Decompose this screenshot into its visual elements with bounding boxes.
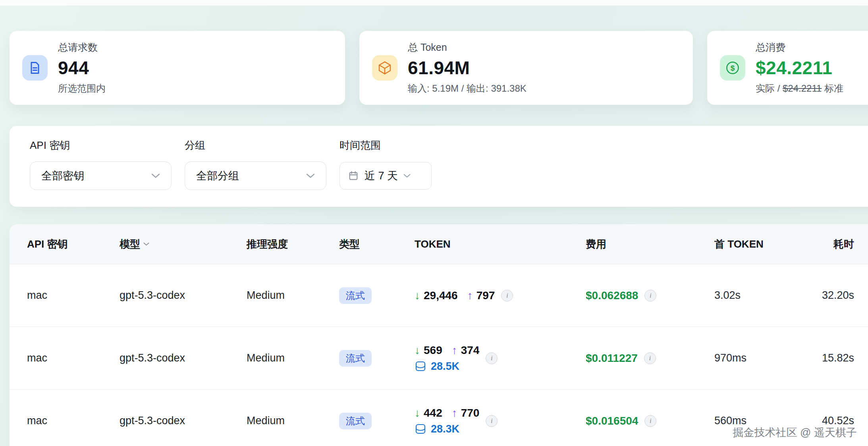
cell-reasoning: Medium <box>247 352 339 364</box>
cell-api-key: mac <box>27 289 120 302</box>
cache-token: 28.5K <box>415 360 479 373</box>
cell-model: gpt-5.3-codex <box>120 415 247 427</box>
usage-dashboard: 总请求数 944 所选范围内 总 Token 61.94M 输入: 5.19M … <box>10 6 868 446</box>
header-token: TOKEN <box>415 238 586 250</box>
token-down-value: 442 <box>424 407 442 419</box>
group-select[interactable]: 全部分组 <box>185 161 326 190</box>
cell-first-token: 3.02s <box>714 289 810 302</box>
cell-duration: 32.20s <box>810 289 868 302</box>
table-row[interactable]: mac gpt-5.3-codex Medium 流式 ↓569 ↑374 28… <box>10 327 868 390</box>
chevron-down-icon <box>306 173 315 179</box>
filter-label: API 密钥 <box>30 138 172 152</box>
stream-badge: 流式 <box>339 287 372 304</box>
info-icon[interactable]: i <box>644 290 656 302</box>
cache-icon <box>415 423 426 435</box>
cell-model: gpt-5.3-codex <box>120 352 247 364</box>
info-icon[interactable]: i <box>644 415 656 427</box>
header-reasoning: 推理强度 <box>247 237 339 251</box>
cell-model: gpt-5.3-codex <box>120 289 247 302</box>
header-first-token: 首 TOKEN <box>714 237 810 251</box>
api-key-select[interactable]: 全部密钥 <box>30 161 172 190</box>
upload-arrow-icon: ↑ <box>467 289 473 302</box>
usage-table: API 密钥 模型 推理强度 类型 TOKEN 费用 首 TOKEN 耗时 ma… <box>10 224 868 446</box>
filter-group: 分组 全部分组 <box>185 138 326 190</box>
cube-icon <box>372 55 397 81</box>
stat-card-cost: $ 总消费 $24.2211 实际 / $24.2211 标准 <box>707 31 868 105</box>
svg-text:$: $ <box>731 64 735 72</box>
top-strip <box>0 0 868 6</box>
time-range-select[interactable]: 近 7 天 <box>339 162 432 190</box>
upload-arrow-icon: ↑ <box>452 344 457 357</box>
filter-time-range: 时间范围 近 7 天 <box>339 138 432 190</box>
stream-badge: 流式 <box>339 350 372 367</box>
cell-token: ↓442 ↑770 28.3K i <box>415 407 586 435</box>
header-api-key: API 密钥 <box>27 237 120 251</box>
chevron-down-icon <box>151 173 160 179</box>
download-arrow-icon: ↓ <box>415 407 420 419</box>
cell-type: 流式 <box>339 350 415 367</box>
watermark: 掘金技术社区 @ 遥天棋子 <box>733 425 857 440</box>
cell-cost: $0.011227 i <box>586 352 714 365</box>
struck-standard-cost: $24.2211 <box>783 83 822 94</box>
dollar-icon: $ <box>720 55 745 81</box>
cell-first-token: 970ms <box>714 352 810 364</box>
token-down-value: 29,446 <box>424 289 458 302</box>
header-model[interactable]: 模型 <box>120 237 247 251</box>
stat-subtitle: 所选范围内 <box>58 82 106 95</box>
cost-value: $0.016504 <box>586 415 638 427</box>
stat-title: 总请求数 <box>58 41 106 54</box>
stream-badge: 流式 <box>339 413 372 429</box>
token-up-value: 797 <box>476 289 495 302</box>
cell-api-key: mac <box>27 415 120 427</box>
token-up-value: 374 <box>461 344 480 357</box>
stat-card-tokens: 总 Token 61.94M 输入: 5.19M / 输出: 391.38K <box>359 31 693 105</box>
table-header-row: API 密钥 模型 推理强度 类型 TOKEN 费用 首 TOKEN 耗时 <box>10 224 868 264</box>
cache-token: 28.3K <box>415 423 479 435</box>
stat-value: $24.2211 <box>756 57 843 79</box>
cache-value: 28.5K <box>431 360 459 373</box>
cell-token: ↓29,446 ↑797 i <box>415 289 586 302</box>
info-icon[interactable]: i <box>486 352 498 364</box>
cell-reasoning: Medium <box>247 289 339 302</box>
header-type: 类型 <box>339 237 415 251</box>
stat-subtitle: 实际 / $24.2211 标准 <box>756 82 843 95</box>
stat-title: 总消费 <box>756 41 843 54</box>
document-icon <box>22 55 48 81</box>
filter-label: 时间范围 <box>339 138 432 152</box>
cache-value: 28.3K <box>431 423 459 435</box>
chevron-down-icon <box>403 173 411 178</box>
cell-type: 流式 <box>339 413 415 429</box>
stat-title: 总 Token <box>408 41 527 54</box>
filter-bar: API 密钥 全部密钥 分组 全部分组 时间范围 近 7 天 <box>10 126 868 207</box>
stat-subtitle: 输入: 5.19M / 输出: 391.38K <box>408 82 527 95</box>
cell-duration: 15.82s <box>810 352 868 364</box>
upload-arrow-icon: ↑ <box>452 407 457 419</box>
stat-value: 61.94M <box>408 57 527 79</box>
info-icon[interactable]: i <box>501 290 513 302</box>
stats-row: 总请求数 944 所选范围内 总 Token 61.94M 输入: 5.19M … <box>10 31 868 105</box>
cell-cost: $0.016504 i <box>586 415 714 427</box>
filter-label: 分组 <box>185 138 326 152</box>
filter-api-key: API 密钥 全部密钥 <box>30 138 172 190</box>
cost-value: $0.062688 <box>586 289 638 302</box>
stat-value: 944 <box>58 57 106 79</box>
info-icon[interactable]: i <box>486 415 498 427</box>
chevron-down-icon <box>143 242 149 246</box>
cell-api-key: mac <box>27 352 120 364</box>
table-body: mac gpt-5.3-codex Medium 流式 ↓29,446 ↑797… <box>10 264 868 446</box>
table-row[interactable]: mac gpt-5.3-codex Medium 流式 ↓29,446 ↑797… <box>10 264 868 327</box>
calendar-icon <box>348 170 359 181</box>
header-duration: 耗时 <box>810 237 868 251</box>
token-up-value: 770 <box>461 407 480 419</box>
token-down-value: 569 <box>424 344 442 357</box>
header-cost: 费用 <box>586 237 714 251</box>
download-arrow-icon: ↓ <box>415 344 420 357</box>
info-icon[interactable]: i <box>644 352 656 364</box>
cell-type: 流式 <box>339 287 415 304</box>
download-arrow-icon: ↓ <box>415 289 420 302</box>
cell-reasoning: Medium <box>247 415 339 427</box>
stat-card-requests: 总请求数 944 所选范围内 <box>10 31 345 105</box>
cache-icon <box>415 360 426 372</box>
cell-cost: $0.062688 i <box>586 289 714 302</box>
cost-value: $0.011227 <box>586 352 638 365</box>
